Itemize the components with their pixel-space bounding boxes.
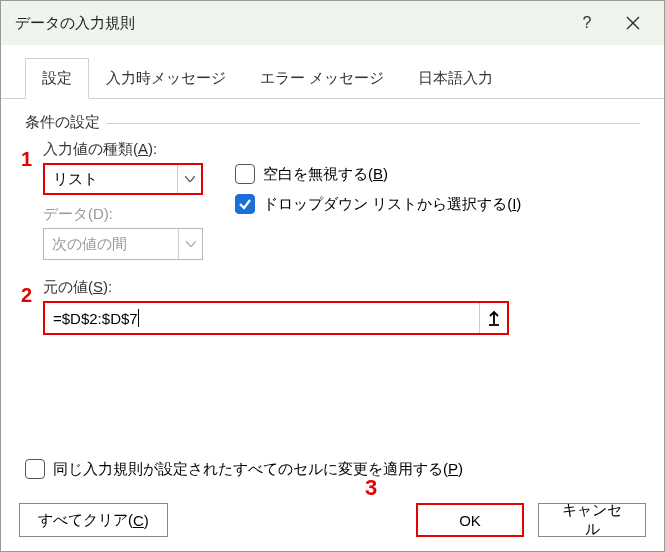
dialog-title: データの入力規則 (15, 14, 564, 33)
tab-settings[interactable]: 設定 (25, 58, 89, 99)
tab-content: 条件の設定 1 入力値の種類(A): リスト データ(D): 次の値の間 (1, 99, 664, 335)
data-validation-dialog: データの入力規則 ? 設定 入力時メッセージ エラー メッセージ 日本語入力 条… (0, 0, 665, 552)
titlebar: データの入力規則 ? (1, 1, 664, 45)
tab-ime-mode[interactable]: 日本語入力 (401, 58, 510, 99)
annotation-3: 3 (365, 475, 377, 501)
source-label: 元の値(S): (43, 278, 640, 297)
ok-button[interactable]: OK (416, 503, 524, 537)
clear-all-button[interactable]: すべてクリア(C) (19, 503, 168, 537)
checkbox-checked-icon (235, 194, 255, 214)
allow-value: リスト (53, 170, 98, 189)
tab-error-alert[interactable]: エラー メッセージ (243, 58, 401, 99)
ignore-blank-checkbox[interactable]: 空白を無視する(B) (235, 164, 640, 184)
data-value: 次の値の間 (52, 235, 127, 254)
checkbox-unchecked-icon (235, 164, 255, 184)
fieldset-divider (25, 123, 640, 124)
allow-combobox[interactable]: リスト (43, 163, 203, 195)
text-cursor (138, 309, 139, 327)
close-button[interactable] (610, 1, 656, 45)
data-label: データ(D): (43, 205, 235, 224)
annotation-2: 2 (21, 284, 32, 307)
chevron-down-icon (177, 165, 201, 193)
criteria-label: 条件の設定 (25, 113, 106, 132)
allow-label: 入力値の種類(A): (43, 140, 235, 159)
checkbox-unchecked-icon (25, 459, 45, 479)
apply-to-all-checkbox[interactable]: 同じ入力規則が設定されたすべてのセルに変更を適用する(P) (25, 459, 463, 479)
collapse-dialog-icon (487, 310, 501, 326)
cancel-button[interactable]: キャンセル (538, 503, 646, 537)
source-value: =$D$2:$D$7 (45, 310, 138, 327)
data-combobox: 次の値の間 (43, 228, 203, 260)
close-icon (626, 16, 640, 30)
tab-input-message[interactable]: 入力時メッセージ (89, 58, 243, 99)
annotation-1: 1 (21, 148, 32, 171)
range-selector-button[interactable] (479, 303, 507, 333)
dialog-buttons: すべてクリア(C) OK キャンセル (1, 503, 664, 537)
source-refedit[interactable]: =$D$2:$D$7 (43, 301, 509, 335)
help-button[interactable]: ? (564, 1, 610, 45)
tab-strip: 設定 入力時メッセージ エラー メッセージ 日本語入力 (1, 45, 664, 99)
chevron-down-icon (178, 229, 202, 259)
in-cell-dropdown-checkbox[interactable]: ドロップダウン リストから選択する(I) (235, 194, 640, 214)
